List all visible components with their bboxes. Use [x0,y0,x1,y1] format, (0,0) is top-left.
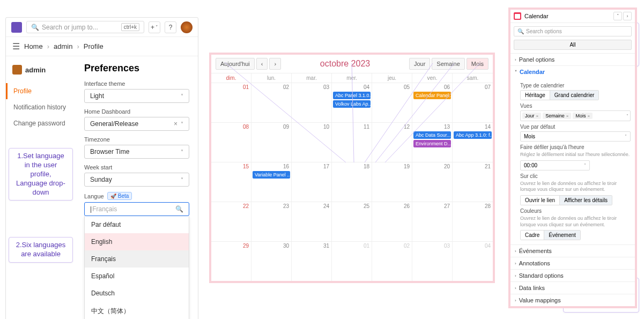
calendar-cell[interactable]: 03 [292,83,332,122]
calendar-cell[interactable]: 22 [211,202,251,241]
calendar-event[interactable]: Calendar Panel... [413,92,451,99]
onclick-open[interactable]: Ouvrir le lien [521,196,560,205]
calendar-cell[interactable]: 28 [453,202,493,241]
day-head: mer. [332,73,372,83]
lang-option-default[interactable]: Par défaut [85,216,189,233]
calendar-cell[interactable]: 04Abc Panel 3.1.0...Volkov Labs Ap... [332,83,372,122]
calendar-cell[interactable]: 10 [292,123,332,162]
calendar-cell[interactable]: 26 [372,202,412,241]
lang-option-english[interactable]: English [85,233,189,250]
calendar-cell[interactable]: 20 [412,162,453,202]
calendar-cell[interactable]: 17 [292,162,332,202]
calendar-cell[interactable]: 31 [292,242,332,281]
calendar-cell[interactable]: 23 [251,202,292,241]
close-icon[interactable]: × [587,114,590,118]
caltype-heritage[interactable]: Héritage [521,91,550,100]
views-chips[interactable]: Jour× Semaine× Mois× ˅ [520,110,631,121]
calendar-cell[interactable]: 11 [332,123,372,162]
today-button[interactable]: Aujourd'hui [216,58,255,70]
global-search[interactable]: 🔍 Search or jump to... ctrl+k [26,21,144,33]
chevron-down-icon[interactable]: ˅ [613,12,622,20]
sidebar-user: admin [6,62,76,78]
clear-icon[interactable]: × [174,120,177,128]
calendar-cell[interactable]: 09 [251,123,292,162]
lang-option-espanol[interactable]: Español [85,268,189,285]
weekstart-select[interactable]: Sunday˅ [84,173,189,187]
scroll-select[interactable]: 00:00˅ [520,160,590,170]
calendar-cell[interactable]: 30 [251,242,292,281]
close-icon[interactable]: × [566,114,569,118]
calendar-cell[interactable]: 01 [211,83,251,122]
help-button[interactable]: ? [165,21,176,33]
calendar-event[interactable]: Volkov Labs Ap... [333,100,371,108]
calendar-cell[interactable]: 06Calendar Panel... [412,83,453,122]
timezone-select[interactable]: Browser Time˅ [84,145,189,159]
calendar-cell[interactable]: 04 [453,242,493,281]
calendar-cell[interactable]: 07 [453,83,493,122]
calendar-cell[interactable]: 24 [292,202,332,241]
next-button[interactable]: › [269,58,281,70]
calendar-cell[interactable]: 15 [211,162,251,202]
kbd-hint: ctrl+k [121,23,139,31]
sidebar-item-profile[interactable]: Profile [6,83,76,99]
calendar-event[interactable]: Abc App 3.1.0: f... [454,131,492,139]
lang-option-deutsch[interactable]: Deutsch [85,285,189,302]
dashboard-select[interactable]: General/Release × ˅ [84,117,189,131]
sidebar-avatar-icon [12,65,22,75]
add-button[interactable]: +˅ [149,21,160,33]
crumb-home[interactable]: Home [24,42,43,50]
calendar-cell[interactable]: 01 [332,242,372,281]
language-input[interactable]: |Français 🔍 [84,202,189,216]
calendar-cell[interactable]: 25 [332,202,372,241]
colors-desc: Ouvrez le lien de données ou affichez le… [520,216,631,228]
view-week[interactable]: Semaine [432,58,464,70]
section-panel-options[interactable]: ›Panel options [510,53,635,65]
chip-mois: Mois× [573,113,593,119]
calendar-cell[interactable]: 12 [372,123,412,162]
calendar-cell[interactable]: 02 [251,83,292,122]
chevron-right-icon[interactable]: › [623,12,632,20]
calendar-cell[interactable]: 14Abc App 3.1.0: f... [453,123,493,162]
prev-button[interactable]: ‹ [256,58,268,70]
calendar-event[interactable]: Abc Data Sour... [413,131,451,139]
section-calendar[interactable]: ˅Calendar [510,65,635,78]
calendar-cell[interactable]: 03 [412,242,453,281]
caltype-grand[interactable]: Grand calendrier [550,91,598,100]
calendar-cell[interactable]: 08 [211,123,251,162]
calendar-cell[interactable]: 21 [453,162,493,202]
lang-option-francais[interactable]: Français [85,250,189,268]
options-search[interactable]: 🔍 Search options [514,26,632,36]
view-day[interactable]: Jour [409,58,430,70]
calendar-cell[interactable]: 29 [211,242,251,281]
calendar-cell[interactable]: 19 [372,162,412,202]
defaultview-select[interactable]: Mois˅ [520,131,631,142]
day-head: mar. [292,73,332,83]
lang-option-chinese[interactable]: 中文（简体） [85,302,189,319]
view-month[interactable]: Mois [467,58,488,70]
section-value-mappings[interactable]: ›Value mappings [510,294,635,306]
onclick-details[interactable]: Afficher les détails [560,196,612,205]
calendar-cell[interactable]: 05 [372,83,412,122]
calendar-cell[interactable]: 18 [332,162,372,202]
sidebar-item-password[interactable]: Change password [6,115,76,131]
sidebar-item-notifications[interactable]: Notification history [6,99,76,115]
user-avatar[interactable] [181,21,193,33]
colors-frame[interactable]: Cadre [521,231,544,240]
section-events[interactable]: ›Événements [510,244,635,257]
calendar-event[interactable]: Environment D... [413,140,451,147]
section-annotations[interactable]: ›Annotations [510,257,635,269]
colors-event[interactable]: Événement [544,231,580,240]
theme-select[interactable]: Light˅ [84,89,189,103]
calendar-event[interactable]: Abc Panel 3.1.0... [333,92,371,99]
all-button[interactable]: All [514,40,632,50]
calendar-cell[interactable]: 13Abc Data Sour...Environment D... [412,123,453,162]
calendar-cell[interactable]: 02 [372,242,412,281]
hamburger-icon[interactable]: ☰ [12,41,20,51]
crumb-admin[interactable]: admin [54,42,72,50]
calendar-cell[interactable]: 27 [412,202,453,241]
section-data-links[interactable]: ›Data links [510,281,635,294]
section-standard-options[interactable]: ›Standard options [510,269,635,281]
close-icon[interactable]: × [536,114,539,118]
calendar-event[interactable]: Variable Panel ... [253,171,290,179]
calendar-cell[interactable]: 16Variable Panel ... [251,162,292,202]
